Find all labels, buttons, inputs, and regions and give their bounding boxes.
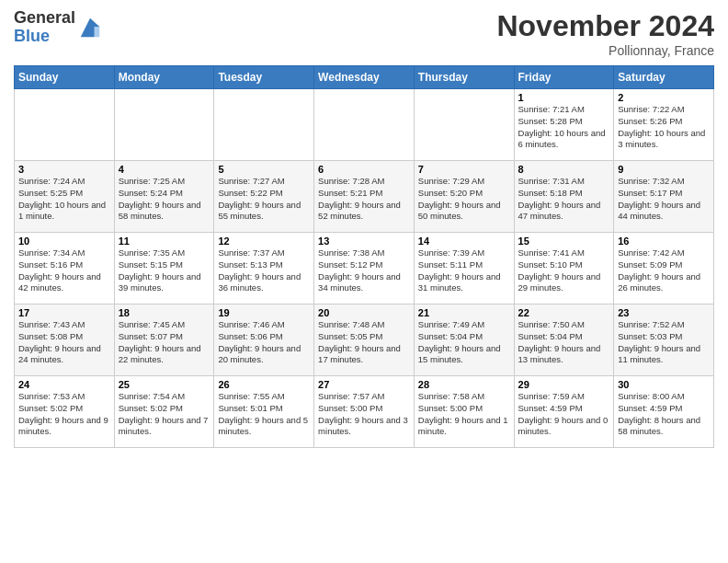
week-row-5: 24Sunrise: 7:53 AMSunset: 5:02 PMDayligh… [15,376,714,448]
day-number: 4 [119,164,210,175]
day-number: 2 [618,92,710,103]
day-info: Sunrise: 7:24 AMSunset: 5:25 PMDaylight:… [18,176,106,221]
calendar-cell-w2-d1: 4Sunrise: 7:25 AMSunset: 5:24 PMDaylight… [114,161,214,233]
day-info: Sunrise: 7:29 AMSunset: 5:20 PMDaylight:… [418,176,501,221]
calendar-cell-w1-d4 [414,89,514,161]
day-info: Sunrise: 7:54 AMSunset: 5:02 PMDaylight:… [119,391,209,436]
day-number: 28 [418,379,510,390]
day-info: Sunrise: 7:27 AMSunset: 5:22 PMDaylight:… [218,176,301,221]
day-info: Sunrise: 7:28 AMSunset: 5:21 PMDaylight:… [318,176,401,221]
day-number: 8 [518,164,610,175]
day-info: Sunrise: 7:41 AMSunset: 5:10 PMDaylight:… [518,247,601,293]
day-number: 17 [18,307,110,318]
calendar-cell-w4-d2: 19Sunrise: 7:46 AMSunset: 5:06 PMDayligh… [214,304,314,376]
day-info: Sunrise: 7:21 AMSunset: 5:28 PMDaylight:… [518,104,606,149]
header-monday: Monday [114,66,214,89]
calendar-table: Sunday Monday Tuesday Wednesday Thursday… [14,65,714,448]
header-sunday: Sunday [15,66,115,89]
day-number: 23 [618,307,710,318]
day-info: Sunrise: 7:35 AMSunset: 5:15 PMDaylight:… [119,247,201,293]
calendar-cell-w2-d6: 9Sunrise: 7:32 AMSunset: 5:17 PMDaylight… [614,161,714,233]
day-number: 27 [318,379,410,390]
day-number: 24 [18,379,110,390]
location: Pollionnay, France [496,43,714,58]
logo-icon [77,15,103,40]
day-number: 6 [318,164,410,175]
day-number: 3 [18,164,110,175]
day-info: Sunrise: 7:32 AMSunset: 5:17 PMDaylight:… [618,176,700,221]
calendar-cell-w3-d0: 10Sunrise: 7:34 AMSunset: 5:16 PMDayligh… [15,233,115,304]
header-saturday: Saturday [614,66,714,89]
day-info: Sunrise: 7:57 AMSunset: 5:00 PMDaylight:… [318,391,408,436]
logo-text: General Blue [14,9,75,46]
day-number: 7 [418,164,510,175]
calendar-cell-w5-d4: 28Sunrise: 7:58 AMSunset: 5:00 PMDayligh… [414,376,514,448]
day-number: 18 [119,307,210,318]
header-friday: Friday [514,66,614,89]
page-container: General Blue November 2024 Pollionnay, F… [0,0,728,453]
day-info: Sunrise: 7:43 AMSunset: 5:08 PMDaylight:… [18,319,101,364]
week-row-4: 17Sunrise: 7:43 AMSunset: 5:08 PMDayligh… [15,304,714,376]
calendar-cell-w4-d4: 21Sunrise: 7:49 AMSunset: 5:04 PMDayligh… [414,304,514,376]
day-number: 5 [218,164,310,175]
header-thursday: Thursday [414,66,514,89]
week-row-3: 10Sunrise: 7:34 AMSunset: 5:16 PMDayligh… [15,233,714,304]
calendar-cell-w3-d6: 16Sunrise: 7:42 AMSunset: 5:09 PMDayligh… [614,233,714,304]
calendar-cell-w1-d1 [114,89,214,161]
calendar-cell-w5-d1: 25Sunrise: 7:54 AMSunset: 5:02 PMDayligh… [114,376,214,448]
day-info: Sunrise: 7:37 AMSunset: 5:13 PMDaylight:… [218,247,301,293]
day-number: 13 [318,236,410,247]
week-row-1: 1Sunrise: 7:21 AMSunset: 5:28 PMDaylight… [15,89,714,161]
calendar-cell-w2-d3: 6Sunrise: 7:28 AMSunset: 5:21 PMDaylight… [314,161,415,233]
calendar-cell-w4-d0: 17Sunrise: 7:43 AMSunset: 5:08 PMDayligh… [15,304,115,376]
day-number: 25 [119,379,210,390]
day-info: Sunrise: 7:52 AMSunset: 5:03 PMDaylight:… [618,319,700,364]
day-info: Sunrise: 7:49 AMSunset: 5:04 PMDaylight:… [418,319,501,364]
day-number: 30 [618,379,710,390]
day-info: Sunrise: 7:50 AMSunset: 5:04 PMDaylight:… [518,319,601,364]
calendar-cell-w3-d4: 14Sunrise: 7:39 AMSunset: 5:11 PMDayligh… [414,233,514,304]
day-number: 29 [518,379,610,390]
calendar-cell-w2-d2: 5Sunrise: 7:27 AMSunset: 5:22 PMDaylight… [214,161,314,233]
calendar-cell-w1-d5: 1Sunrise: 7:21 AMSunset: 5:28 PMDaylight… [514,89,614,161]
calendar-cell-w2-d4: 7Sunrise: 7:29 AMSunset: 5:20 PMDaylight… [414,161,514,233]
calendar-cell-w5-d6: 30Sunrise: 8:00 AMSunset: 4:59 PMDayligh… [614,376,714,448]
day-info: Sunrise: 8:00 AMSunset: 4:59 PMDaylight:… [618,391,700,436]
logo-general: General [14,9,75,28]
day-number: 19 [218,307,310,318]
calendar-cell-w4-d1: 18Sunrise: 7:45 AMSunset: 5:07 PMDayligh… [114,304,214,376]
day-info: Sunrise: 7:45 AMSunset: 5:07 PMDaylight:… [119,319,201,364]
calendar-cell-w3-d2: 12Sunrise: 7:37 AMSunset: 5:13 PMDayligh… [214,233,314,304]
day-info: Sunrise: 7:22 AMSunset: 5:26 PMDaylight:… [618,104,705,149]
day-info: Sunrise: 7:25 AMSunset: 5:24 PMDaylight:… [119,176,201,221]
day-number: 20 [318,307,410,318]
calendar-cell-w1-d2 [214,89,314,161]
calendar-cell-w1-d0 [15,89,115,161]
calendar-cell-w3-d5: 15Sunrise: 7:41 AMSunset: 5:10 PMDayligh… [514,233,614,304]
logo: General Blue [14,9,103,46]
page-header: General Blue November 2024 Pollionnay, F… [14,9,714,58]
calendar-cell-w4-d5: 22Sunrise: 7:50 AMSunset: 5:04 PMDayligh… [514,304,614,376]
day-number: 10 [18,236,110,247]
calendar-cell-w3-d3: 13Sunrise: 7:38 AMSunset: 5:12 PMDayligh… [314,233,415,304]
calendar-cell-w5-d5: 29Sunrise: 7:59 AMSunset: 4:59 PMDayligh… [514,376,614,448]
calendar-cell-w2-d5: 8Sunrise: 7:31 AMSunset: 5:18 PMDaylight… [514,161,614,233]
header-wednesday: Wednesday [314,66,415,89]
day-info: Sunrise: 7:55 AMSunset: 5:01 PMDaylight:… [218,391,308,436]
day-number: 15 [518,236,610,247]
day-info: Sunrise: 7:38 AMSunset: 5:12 PMDaylight:… [318,247,401,293]
calendar-cell-w5-d0: 24Sunrise: 7:53 AMSunset: 5:02 PMDayligh… [15,376,115,448]
day-number: 9 [618,164,710,175]
day-number: 11 [119,236,210,247]
day-number: 14 [418,236,510,247]
day-number: 12 [218,236,310,247]
day-info: Sunrise: 7:46 AMSunset: 5:06 PMDaylight:… [218,319,301,364]
calendar-cell-w2-d0: 3Sunrise: 7:24 AMSunset: 5:25 PMDaylight… [15,161,115,233]
title-block: November 2024 Pollionnay, France [496,9,714,58]
day-info: Sunrise: 7:42 AMSunset: 5:09 PMDaylight:… [618,247,700,293]
day-info: Sunrise: 7:58 AMSunset: 5:00 PMDaylight:… [418,391,508,436]
day-number: 1 [518,92,610,103]
calendar-cell-w5-d3: 27Sunrise: 7:57 AMSunset: 5:00 PMDayligh… [314,376,415,448]
week-row-2: 3Sunrise: 7:24 AMSunset: 5:25 PMDaylight… [15,161,714,233]
day-info: Sunrise: 7:48 AMSunset: 5:05 PMDaylight:… [318,319,401,364]
